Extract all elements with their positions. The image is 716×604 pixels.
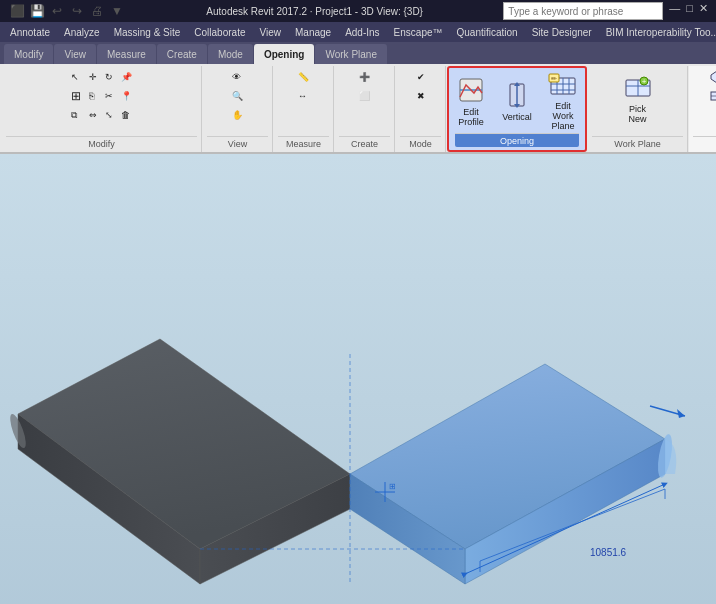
vertical-button[interactable]: Vertical <box>495 71 539 131</box>
face-button[interactable]: Face <box>704 68 716 86</box>
group-view-inner: 👁 🔍 ✋ <box>229 68 246 134</box>
measure-col1: 📏 ↔ <box>295 68 312 105</box>
menu-site-designer[interactable]: Site Designer <box>526 25 598 40</box>
tool-trim[interactable]: ✂ <box>102 87 116 105</box>
save-button[interactable]: 💾 <box>28 2 46 20</box>
close-button[interactable]: ✕ <box>699 2 708 20</box>
tab-workplane[interactable]: Work Plane <box>315 44 387 64</box>
quick-access-toolbar[interactable]: ⬛ 💾 ↩ ↪ 🖨 ▼ <box>8 2 126 20</box>
measure-btn2[interactable]: ↔ <box>295 87 312 105</box>
menu-bim[interactable]: BIM Interoperability Too... <box>600 25 716 40</box>
mode-btn1[interactable]: ✔ <box>414 68 428 86</box>
3d-scene-svg: 10851.6 ⊞ <box>0 154 716 604</box>
maximize-button[interactable]: □ <box>686 2 693 20</box>
group-modify: ↖ ⊞ ⧉ ✛ ⎘ ⇔ ↻ ✂ ⤡ 📌 📍 <box>2 66 202 152</box>
tool-align[interactable]: ⊞ <box>68 87 84 105</box>
tab-create[interactable]: Create <box>157 44 207 64</box>
modify-tools-col1: ↖ ⊞ ⧉ <box>68 68 84 124</box>
window-title: Autodesk Revit 2017.2 · Project1 - 3D Vi… <box>206 6 423 17</box>
settings-button[interactable]: ▼ <box>108 2 126 20</box>
menu-manage[interactable]: Manage <box>289 25 337 40</box>
workplane-place-button[interactable]: Work Plane <box>704 87 716 105</box>
print-button[interactable]: 🖨 <box>88 2 106 20</box>
redo-button[interactable]: ↪ <box>68 2 86 20</box>
delete-icon: 🗑 <box>121 110 130 120</box>
tab-measure[interactable]: Measure <box>97 44 156 64</box>
view-btn1[interactable]: 👁 <box>229 68 246 86</box>
tool-mirror[interactable]: ⇔ <box>86 106 100 124</box>
group-measure: 📏 ↔ Measure <box>274 66 334 152</box>
measure-btn1[interactable]: 📏 <box>295 68 312 86</box>
edit-profile-button[interactable]: EditProfile <box>449 71 493 131</box>
tab-opening[interactable]: Opening <box>254 44 315 64</box>
group-modify-label: Modify <box>6 136 197 150</box>
select-icon: ↖ <box>71 72 79 82</box>
tool-offset[interactable]: ⧉ <box>68 106 84 124</box>
view-col1: 👁 🔍 ✋ <box>229 68 246 124</box>
dimension-icon: ↔ <box>298 91 307 101</box>
menu-quantification[interactable]: Quantification <box>451 25 524 40</box>
edit-work-plane-label: EditWork Plane <box>543 102 583 132</box>
svg-text:✏: ✏ <box>551 75 557 82</box>
view-btn2[interactable]: 🔍 <box>229 87 246 105</box>
shape-container: 10851.6 ⊞ <box>0 154 716 604</box>
tool-scale[interactable]: ⤡ <box>102 106 116 124</box>
tab-modify[interactable]: Modify <box>4 44 53 64</box>
menu-massing[interactable]: Massing & Site <box>108 25 187 40</box>
group-create: ➕ ⬜ Create <box>335 66 395 152</box>
tool-pin[interactable]: 📌 <box>118 68 135 86</box>
menu-addins[interactable]: Add-Ins <box>339 25 385 40</box>
tab-view[interactable]: View <box>54 44 96 64</box>
create-btn2[interactable]: ⬜ <box>356 87 373 105</box>
undo-button[interactable]: ↩ <box>48 2 66 20</box>
group-placement: Face Work Plane Placement <box>689 66 716 152</box>
mirror-icon: ⇔ <box>89 110 97 120</box>
tool-move[interactable]: ✛ <box>86 68 100 86</box>
menu-analyze[interactable]: Analyze <box>58 25 106 40</box>
group-modify-inner: ↖ ⊞ ⧉ ✛ ⎘ ⇔ ↻ ✂ ⤡ 📌 📍 <box>68 68 135 134</box>
app-menu-icon[interactable]: ⬛ <box>8 2 26 20</box>
placement-col1: Face Work Plane <box>704 68 716 105</box>
menu-view[interactable]: View <box>253 25 287 40</box>
group-opening-inner: EditProfile Vertical <box>449 71 585 131</box>
svg-marker-19 <box>711 71 716 83</box>
cancel-icon: ✖ <box>417 91 425 101</box>
pick-new-button[interactable]: + PickNew <box>613 68 663 128</box>
finish-icon: ✔ <box>417 72 425 82</box>
modify-tools-col4: 📌 📍 🗑 <box>118 68 135 124</box>
align-icon: ⊞ <box>71 89 81 103</box>
minimize-button[interactable]: — <box>669 2 680 20</box>
svg-text:10851.6: 10851.6 <box>590 547 627 558</box>
group-create-inner: ➕ ⬜ <box>356 68 373 134</box>
group-mode-inner: ✔ ✖ <box>414 68 428 134</box>
group-create-label: Create <box>339 136 390 150</box>
menu-collaborate[interactable]: Collaborate <box>188 25 251 40</box>
search-input[interactable] <box>503 2 663 20</box>
mode-col1: ✔ ✖ <box>414 68 428 105</box>
tool-copy[interactable]: ⎘ <box>86 87 100 105</box>
tab-mode[interactable]: Mode <box>208 44 253 64</box>
viewport[interactable]: 10851.6 ⊞ <box>0 154 716 604</box>
menu-enscape[interactable]: Enscape™ <box>388 25 449 40</box>
ribbon-tabs: Modify View Measure Create Mode Opening … <box>0 42 716 64</box>
mode-btn2[interactable]: ✖ <box>414 87 428 105</box>
group-workplane-inner: + PickNew <box>613 68 663 134</box>
menu-annotate[interactable]: Annotate <box>4 25 56 40</box>
view-btn3[interactable]: ✋ <box>229 106 246 124</box>
create-btn1[interactable]: ➕ <box>356 68 373 86</box>
group-workplane: + PickNew Work Plane <box>588 66 688 152</box>
tool-unpin[interactable]: 📍 <box>118 87 135 105</box>
edit-profile-icon <box>455 74 487 106</box>
scale-icon: ⤡ <box>105 110 113 120</box>
group-placement-label: Placement <box>693 136 716 150</box>
tool-delete[interactable]: 🗑 <box>118 106 135 124</box>
pin-icon: 📌 <box>121 72 132 82</box>
window-controls[interactable]: — □ ✕ <box>503 2 708 20</box>
group-view-label: View <box>207 136 268 150</box>
edit-work-plane-button[interactable]: ✏ EditWork Plane <box>541 71 585 131</box>
trim-icon: ✂ <box>105 91 113 101</box>
edit-work-plane-icon: ✏ <box>547 70 579 100</box>
tool-rotate[interactable]: ↻ <box>102 68 116 86</box>
tool-select[interactable]: ↖ <box>68 68 84 86</box>
group-workplane-label: Work Plane <box>592 136 683 150</box>
